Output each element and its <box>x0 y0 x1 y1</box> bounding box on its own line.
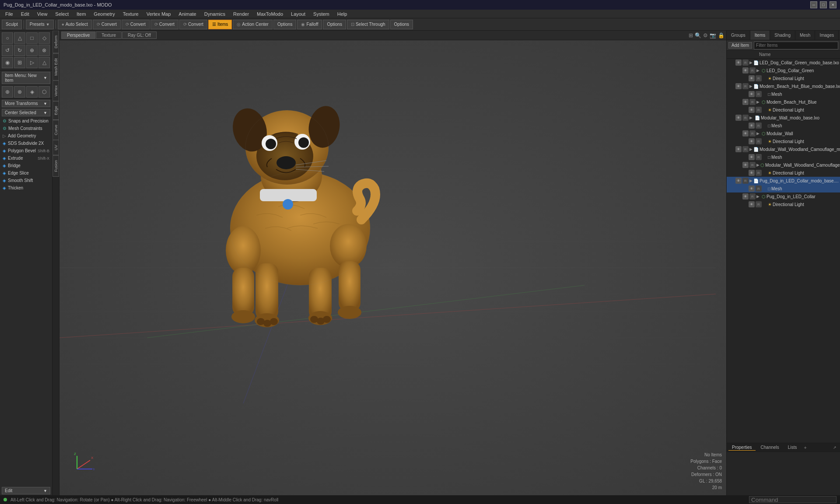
viewport-settings-icon[interactable]: ⚙ <box>703 32 708 38</box>
tool-btn-1[interactable]: ○ <box>2 32 13 44</box>
expand-props-button[interactable]: ↗ <box>831 445 838 450</box>
edit-dropdown[interactable]: Edit ▼ <box>2 487 50 494</box>
convert3-button[interactable]: ⟳ Convert <box>150 20 178 29</box>
eye-icon-modwallwc[interactable]: 👁 <box>742 162 749 168</box>
strip-tab-curve[interactable]: Curve <box>52 120 59 140</box>
tree-item-lxo5[interactable]: 👁 R ▶ 📄 Pug_Dog_in_LED_Collar_modo_base.… <box>727 177 840 185</box>
eye-icon-lxo1[interactable]: 👁 <box>735 60 742 66</box>
eye-icon-ledcollar[interactable]: 👁 <box>742 67 749 74</box>
auto-select-button[interactable]: ● Auto Select <box>58 20 92 29</box>
tree-item-mesh1[interactable]: 👁 R □ Mesh <box>727 90 840 98</box>
transform-btn-2[interactable]: ⊗ <box>14 86 25 98</box>
eye-icon-modwall[interactable]: 👁 <box>742 130 749 136</box>
menu-item-help[interactable]: Help <box>334 10 351 18</box>
eye-icon-mesh2[interactable]: 👁 <box>749 122 755 129</box>
tool-btn-2[interactable]: △ <box>14 32 25 44</box>
select-through-button[interactable]: ⊡ Select Through <box>347 20 389 29</box>
eye-icon-dlight3[interactable]: 👁 <box>749 138 755 144</box>
snaps-precision-item[interactable]: ⚙ Snaps and Precision <box>0 117 52 125</box>
menu-item-geometry[interactable]: Geometry <box>90 10 118 18</box>
presets-button[interactable]: Presets ▼ <box>26 20 54 29</box>
falloff-button[interactable]: ◉ Falloff <box>297 20 322 29</box>
eye-icon-dlight2[interactable]: 👁 <box>749 107 755 113</box>
menu-item-dynamics[interactable]: Dynamics <box>201 10 229 18</box>
viewport-3d[interactable]: X Y Z No Items Polygons : Face Channels … <box>60 40 726 495</box>
texture-tab[interactable]: Texture <box>96 32 122 39</box>
eye-icon-dlight1[interactable]: 👁 <box>749 75 755 81</box>
eye-icon-mesh1[interactable]: 👁 <box>749 91 755 97</box>
items-tab[interactable]: Items <box>750 31 770 40</box>
tool-btn-5[interactable]: ↺ <box>2 45 13 56</box>
shading-tab[interactable]: Shading <box>770 31 795 40</box>
tree-item-modwallwc[interactable]: 👁 R ▶ ⬡ Modular_Wall_Woodland_Camouflage <box>727 161 840 169</box>
tree-item-lxo4[interactable]: 👁 R ▶ 📄 Modular_Wall_Woodland_Camouflage… <box>727 145 840 153</box>
tool-btn-7[interactable]: ⊕ <box>26 45 38 56</box>
minimize-button[interactable]: ─ <box>810 1 817 8</box>
convert1-button[interactable]: ⟳ Convert <box>93 20 121 29</box>
eye-icon-lxo5[interactable]: 👁 <box>735 178 742 184</box>
tree-item-dlight2[interactable]: 👁 R ☀ Directional Light <box>727 106 840 114</box>
options3-button[interactable]: Options <box>390 20 413 29</box>
raygl-tab[interactable]: Ray GL: Off <box>122 32 157 39</box>
strip-tab-uv[interactable]: UV <box>52 140 59 155</box>
tree-item-dlight5[interactable]: 👁 R ☀ Directional Light <box>727 200 840 208</box>
polygon-bevel-item[interactable]: ◈ Polygon Bevel Shift-B <box>0 147 52 154</box>
bridge-item[interactable]: ◈ Bridge <box>0 162 52 169</box>
extrude-item[interactable]: ◈ Extrude Shift-X <box>0 154 52 162</box>
transform-btn-3[interactable]: ◈ <box>26 86 38 98</box>
menu-item-vertex map[interactable]: Vertex Map <box>143 10 175 18</box>
item-tree[interactable]: 👁 R ▶ 📄 LED_Dog_Collar_Green_modo_base.l… <box>727 59 840 443</box>
tool-btn-4[interactable]: ◇ <box>38 32 50 44</box>
tree-item-lxo2[interactable]: 👁 R ▶ 📄 Modern_Beach_Hut_Blue_modo_base.… <box>727 82 840 90</box>
transform-btn-1[interactable]: ⊕ <box>2 86 13 98</box>
tool-btn-3[interactable]: □ <box>26 32 38 44</box>
smooth-shift-item[interactable]: ◈ Smooth Shift <box>0 177 52 184</box>
items-button[interactable]: ☰ Items <box>208 20 232 29</box>
convert2-button[interactable]: ⟳ Convert <box>122 20 150 29</box>
mesh-constraints-item[interactable]: ⚙ Mesh Constraints <box>0 125 52 132</box>
tree-item-ledcollar[interactable]: 👁 R ▶ ⬡ LED_Dog_Collar_Green <box>727 66 840 74</box>
eye-icon-dlight5[interactable]: 👁 <box>749 201 755 207</box>
menu-item-item[interactable]: Item <box>73 10 89 18</box>
menu-item-system[interactable]: System <box>310 10 333 18</box>
viewport-search-icon[interactable]: 🔍 <box>695 32 701 38</box>
tool-btn-12[interactable]: △ <box>38 57 50 68</box>
close-button[interactable]: ✕ <box>830 1 836 8</box>
tree-item-dlight3[interactable]: 👁 R ☀ Directional Light <box>727 137 840 145</box>
tool-btn-10[interactable]: ⊞ <box>14 57 25 68</box>
menu-item-maxtomodo[interactable]: MaxToModo <box>253 10 287 18</box>
viewport-maximize-icon[interactable]: ⊞ <box>689 32 693 38</box>
tree-item-modwall[interactable]: 👁 R ▶ ⬡ Modular_Wall <box>727 130 840 137</box>
options2-button[interactable]: Options <box>323 20 346 29</box>
groups-tab[interactable]: Groups <box>727 31 750 40</box>
eye-icon-dlight4[interactable]: 👁 <box>749 170 755 176</box>
action-center-button[interactable]: ◎ Action Center <box>233 20 273 29</box>
viewport-lock-icon[interactable]: 🔒 <box>718 32 724 38</box>
options1-button[interactable]: Options <box>273 20 296 29</box>
edge-slice-item[interactable]: ◈ Edge Slice <box>0 169 52 177</box>
add-item-button[interactable]: Add Item <box>728 42 752 49</box>
viewport-camera-icon[interactable]: 📷 <box>710 32 716 38</box>
strip-tab-deform[interactable]: Deform <box>52 31 59 53</box>
mesh-tab[interactable]: Mesh <box>795 31 815 40</box>
tree-item-mesh4[interactable]: 👁 R □ Mesh <box>727 185 840 192</box>
tool-btn-9[interactable]: ◉ <box>2 57 13 68</box>
tool-btn-11[interactable]: ▷ <box>26 57 38 68</box>
tree-item-dlight1[interactable]: 👁 R ☀ Directional Light <box>727 74 840 82</box>
center-selected-dropdown[interactable]: Center Selected ▼ <box>2 109 50 116</box>
menu-item-edit[interactable]: Edit <box>18 10 33 18</box>
menu-item-render[interactable]: Render <box>230 10 252 18</box>
tree-item-mesh2[interactable]: 👁 R □ Mesh <box>727 122 840 130</box>
tree-item-lxo3[interactable]: 👁 R ▶ 📄 Modular_Wall_modo_base.lxo <box>727 114 840 122</box>
maximize-button[interactable]: □ <box>820 1 827 8</box>
eye-icon-beachhut[interactable]: 👁 <box>742 99 749 105</box>
menu-item-view[interactable]: View <box>34 10 51 18</box>
properties-tab[interactable]: Properties <box>728 444 756 451</box>
sculpt-button[interactable]: Sculpt <box>2 20 22 29</box>
eye-icon-mesh3[interactable]: 👁 <box>749 154 755 160</box>
menu-item-animate[interactable]: Animate <box>175 10 200 18</box>
item-menu-dropdown[interactable]: Item Menu: New Item ▼ <box>2 72 50 84</box>
sds-subdivide-item[interactable]: ◈ SDS Subdivide 2X <box>0 140 52 147</box>
strip-tab-mesh-edit[interactable]: Mesh Edit <box>52 53 59 80</box>
eye-icon-lxo4[interactable]: 👁 <box>735 146 742 152</box>
